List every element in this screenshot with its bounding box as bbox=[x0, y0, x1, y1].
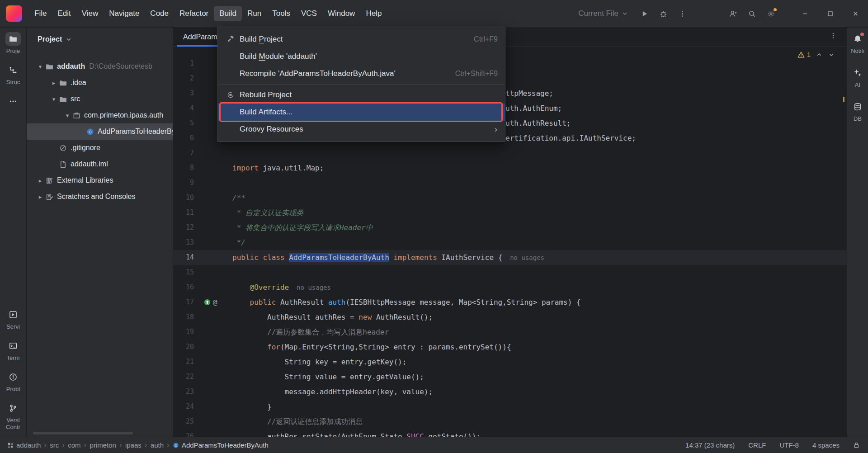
tool-stripe-structure[interactable]: Struc bbox=[0, 63, 26, 85]
tool-stripe-version-control[interactable]: VersiContr bbox=[0, 401, 26, 430]
code-line-17[interactable]: 17@ public AuthResult auth(IESBHttpMessa… bbox=[173, 295, 847, 310]
breadcrumb-src[interactable]: src bbox=[50, 441, 59, 449]
line-number[interactable]: 22 bbox=[173, 369, 194, 384]
line-number[interactable]: 13 bbox=[173, 235, 194, 250]
code-line-18[interactable]: 18 AuthResult authRes = new AuthResult()… bbox=[173, 310, 847, 325]
tool-stripe-database[interactable]: DB bbox=[847, 100, 868, 122]
overrides-marker-icon[interactable] bbox=[204, 299, 211, 306]
tool-stripe-problems[interactable]: Probl bbox=[0, 370, 26, 392]
project-panel-header[interactable]: Project bbox=[27, 28, 173, 48]
status-write-access[interactable] bbox=[853, 442, 860, 448]
tree-item-src[interactable]: ▾src bbox=[27, 91, 173, 107]
menu-edit[interactable]: Edit bbox=[52, 6, 76, 21]
line-number[interactable]: 19 bbox=[173, 325, 194, 340]
menu-file[interactable]: File bbox=[29, 6, 52, 21]
tree-item-addparamstoheaderbyauth[interactable]: CAddParamsToHeaderByAuth bbox=[27, 123, 173, 140]
code-line-21[interactable]: 21 String key = entry.getKey(); bbox=[173, 354, 847, 369]
code-line-15[interactable]: 15 bbox=[173, 265, 847, 280]
menu-item-recompile-addparamstoheaderbyauth-java[interactable]: Recompile 'AddParamsToHeaderByAuth.java'… bbox=[218, 65, 505, 82]
line-number[interactable]: 16 bbox=[173, 280, 194, 295]
breadcrumb-ipaas[interactable]: ipaas bbox=[125, 441, 142, 449]
line-number[interactable]: 3 bbox=[173, 86, 194, 101]
menu-item-build-project[interactable]: Build ProjectCtrl+F9 bbox=[218, 31, 505, 48]
inspections-widget[interactable]: 1 bbox=[797, 51, 835, 58]
code-line-9[interactable]: 9 bbox=[173, 175, 847, 190]
line-number[interactable]: 14 bbox=[173, 250, 194, 265]
status-indent[interactable]: 4 spaces bbox=[812, 441, 840, 449]
line-number[interactable]: 5 bbox=[173, 116, 194, 131]
project-horizontal-scrollbar[interactable] bbox=[33, 432, 133, 434]
line-number[interactable]: 18 bbox=[173, 310, 194, 325]
breadcrumb-primeton[interactable]: primeton bbox=[90, 441, 116, 449]
tool-stripe-services[interactable]: Servi bbox=[0, 308, 26, 330]
minimize-button[interactable] bbox=[792, 0, 817, 27]
menu-view[interactable]: View bbox=[76, 6, 104, 21]
status-encoding[interactable]: UTF-8 bbox=[779, 441, 799, 449]
annotation-gutter-icon[interactable]: @ bbox=[213, 295, 217, 310]
next-problem-button[interactable] bbox=[828, 51, 835, 58]
tree-chevron-collapsed[interactable]: ▸ bbox=[36, 177, 45, 184]
run-configuration-selector[interactable]: Current File bbox=[578, 9, 628, 18]
menu-item-build-artifacts[interactable]: Build Artifacts... bbox=[218, 104, 505, 121]
code-line-26[interactable]: 26 authRes.setState(AuthEnum.State.SUCC.… bbox=[173, 429, 847, 437]
status-caret-position[interactable]: 14:37 (23 chars) bbox=[685, 441, 735, 449]
status-line-separator[interactable]: CRLF bbox=[748, 441, 766, 449]
tool-stripe-more-tools[interactable] bbox=[0, 94, 26, 108]
menu-help[interactable]: Help bbox=[360, 6, 387, 21]
debug-button[interactable] bbox=[654, 5, 673, 22]
code-line-14[interactable]: 14public class AddParamsToHeaderByAuth i… bbox=[173, 250, 847, 265]
line-number[interactable]: 10 bbox=[173, 190, 194, 205]
code-line-23[interactable]: 23 message.addHttpHeader(key, value); bbox=[173, 384, 847, 399]
line-number[interactable]: 21 bbox=[173, 354, 194, 369]
tree-chevron-expanded[interactable]: ▾ bbox=[36, 63, 45, 70]
line-number[interactable]: 6 bbox=[173, 131, 194, 146]
code-line-11[interactable]: 11 * 自定义认证实现类 bbox=[173, 205, 847, 220]
menu-code[interactable]: Code bbox=[145, 6, 174, 21]
tree-chevron-collapsed[interactable]: ▸ bbox=[49, 80, 58, 86]
line-number[interactable]: 7 bbox=[173, 146, 194, 160]
menu-tools[interactable]: Tools bbox=[267, 6, 296, 21]
tool-stripe-project[interactable]: Proje bbox=[0, 32, 26, 54]
code-line-13[interactable]: 13 */ bbox=[173, 235, 847, 250]
line-number[interactable]: 25 bbox=[173, 414, 194, 429]
line-number[interactable]: 8 bbox=[173, 160, 194, 175]
tree-item-addauth[interactable]: ▾addauthD:\CodeSource\esb bbox=[27, 58, 173, 75]
menu-run[interactable]: Run bbox=[242, 6, 267, 21]
tree-item-addauth-iml[interactable]: addauth.iml bbox=[27, 156, 173, 172]
line-number[interactable]: 1 bbox=[173, 56, 194, 71]
code-line-24[interactable]: 24 } bbox=[173, 399, 847, 414]
tree-item-com-primeton-ipaas-auth[interactable]: ▾com.primeton.ipaas.auth bbox=[27, 107, 173, 123]
code-line-10[interactable]: 10/** bbox=[173, 190, 847, 205]
code-line-25[interactable]: 25 //返回认证信息添加成功消息 bbox=[173, 414, 847, 429]
tool-stripe-ai-assistant[interactable]: AI bbox=[847, 66, 868, 88]
menu-refactor[interactable]: Refactor bbox=[174, 6, 214, 21]
breadcrumb-auth[interactable]: auth bbox=[151, 441, 164, 449]
search-everywhere-button[interactable] bbox=[742, 5, 761, 22]
menu-build[interactable]: Build bbox=[214, 6, 242, 21]
line-number[interactable]: 2 bbox=[173, 71, 194, 86]
code-line-19[interactable]: 19 //遍历参数集合，均写入消息header bbox=[173, 325, 847, 340]
code-line-22[interactable]: 22 String value = entry.getValue(); bbox=[173, 369, 847, 384]
code-line-7[interactable]: 7 bbox=[173, 146, 847, 160]
tree-item-gitignore[interactable]: .gitignore bbox=[27, 140, 173, 156]
line-number[interactable]: 24 bbox=[173, 399, 194, 414]
code-line-12[interactable]: 12 * 将集合中的认证字段写入请求Header中 bbox=[173, 220, 847, 235]
menu-navigate[interactable]: Navigate bbox=[104, 6, 145, 21]
line-number[interactable]: 12 bbox=[173, 220, 194, 235]
menu-window[interactable]: Window bbox=[322, 6, 360, 21]
tree-chevron-collapsed[interactable]: ▸ bbox=[36, 193, 45, 200]
menu-item-build-module-addauth[interactable]: Build Module 'addauth' bbox=[218, 48, 505, 65]
tool-stripe-terminal[interactable]: Term bbox=[0, 339, 26, 361]
tree-item-external-libraries[interactable]: ▸External Libraries bbox=[27, 172, 173, 189]
menu-vcs[interactable]: VCS bbox=[296, 6, 322, 21]
line-number[interactable]: 9 bbox=[173, 175, 194, 190]
code-line-16[interactable]: 16 @Override no usages bbox=[173, 280, 847, 295]
tree-item-scratches-and-consoles[interactable]: ▸Scratches and Consoles bbox=[27, 189, 173, 205]
close-button[interactable] bbox=[843, 0, 868, 27]
maximize-button[interactable] bbox=[817, 0, 843, 27]
line-number[interactable]: 23 bbox=[173, 384, 194, 399]
more-actions-button[interactable] bbox=[673, 5, 692, 22]
editor-options-button[interactable] bbox=[830, 32, 837, 39]
tool-stripe-notifications[interactable]: Notifi bbox=[847, 32, 868, 54]
tree-chevron-expanded[interactable]: ▾ bbox=[63, 112, 72, 119]
